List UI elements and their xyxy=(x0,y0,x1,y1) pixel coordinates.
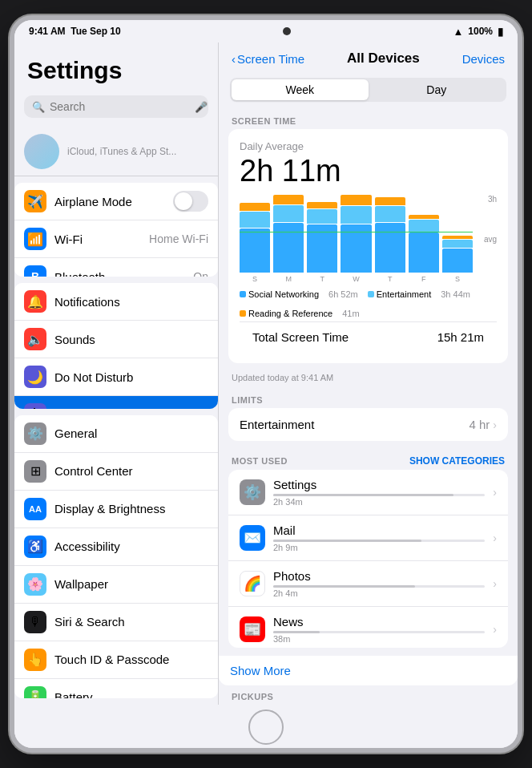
nav-back-label: Screen Time xyxy=(237,52,304,66)
sidebar-item-notifications[interactable]: 🔔 Notifications xyxy=(14,283,218,321)
app-item-news[interactable]: 📰 News 38m › xyxy=(228,607,508,648)
account-row[interactable]: iCloud, iTunes & App St... xyxy=(14,127,218,176)
daily-avg-label: Daily Average xyxy=(240,140,497,152)
bar-social xyxy=(409,232,439,273)
sidebar-item-screentime[interactable]: ⏱ Screen Time xyxy=(14,396,218,409)
chart-bar-monday: M xyxy=(273,195,304,283)
bar-entertainment xyxy=(409,220,439,232)
nav-action-button[interactable]: Devices xyxy=(462,52,505,66)
sidebar-item-wallpaper[interactable]: 🌸 Wallpaper xyxy=(14,566,218,604)
day-label: T xyxy=(388,275,393,283)
sidebar-item-wifi[interactable]: 📶 Wi-Fi Home Wi-Fi xyxy=(14,220,218,258)
sidebar: Settings 🔍 🎤 iCloud, iTunes & App St... … xyxy=(14,42,219,705)
bar-reading xyxy=(375,197,405,205)
bar-reading xyxy=(409,215,439,219)
segment-day[interactable]: Day xyxy=(369,79,506,100)
status-time: 9:41 AM Tue Sep 10 xyxy=(29,26,121,37)
most-used-label: MOST USED xyxy=(232,456,288,466)
avatar xyxy=(24,134,59,169)
chart-bar-thursday: T xyxy=(375,195,405,283)
sounds-icon: 🔈 xyxy=(24,328,46,350)
bluetooth-label: Bluetooth xyxy=(54,270,185,277)
siri-label: Siri & Search xyxy=(54,615,208,629)
legend-reading-time: 41m xyxy=(342,309,359,318)
sidebar-item-sounds[interactable]: 🔈 Sounds xyxy=(14,321,218,358)
search-bar[interactable]: 🔍 🎤 xyxy=(24,95,208,118)
right-panel: ‹ Screen Time All Devices Devices Week D… xyxy=(219,42,518,705)
sidebar-item-accessibility[interactable]: ♿ Accessibility xyxy=(14,528,218,566)
sidebar-item-donotdisturb[interactable]: 🌙 Do Not Disturb xyxy=(14,358,218,396)
limits-entertainment[interactable]: Entertainment 4 hr › xyxy=(228,408,508,441)
home-button[interactable] xyxy=(248,709,284,745)
notifications-icon: 🔔 xyxy=(24,290,46,313)
app-item-mail[interactable]: ✉️ Mail 2h 9m › xyxy=(228,515,508,561)
legend-reading: Reading & Reference xyxy=(240,309,332,318)
limits-entertainment-label: Entertainment xyxy=(240,418,314,431)
updated-text: Updated today at 9:41 AM xyxy=(219,371,518,389)
ipad-frame: 9:41 AM Tue Sep 10 ▲ 100% ▮ Settings 🔍 🎤… xyxy=(10,15,522,753)
sidebar-item-touchid[interactable]: 👆 Touch ID & Passcode xyxy=(14,641,218,679)
total-row: Total Screen Time 15h 21m xyxy=(240,321,497,352)
donotdisturb-icon: 🌙 xyxy=(24,366,46,388)
legend-social-time-value: 6h 52m xyxy=(328,289,358,299)
settings-app-time: 2h 34m xyxy=(273,497,485,507)
settings-bar-fill xyxy=(273,494,453,496)
back-chevron-icon: ‹ xyxy=(232,52,236,66)
sidebar-item-bluetooth[interactable]: B Bluetooth On xyxy=(14,258,218,277)
bar-entertainment xyxy=(307,209,337,224)
legend-social-time: 6h 52m xyxy=(328,289,358,299)
bluetooth-icon: B xyxy=(24,265,46,277)
total-label: Total Screen Time xyxy=(252,330,349,344)
airplane-toggle[interactable] xyxy=(173,191,208,212)
bar-entertainment xyxy=(442,240,473,248)
wifi-label: Wi-Fi xyxy=(54,232,141,246)
settings-group-connectivity: ✈️ Airplane Mode 📶 Wi-Fi Home Wi-Fi B Bl… xyxy=(14,183,218,277)
avg-line xyxy=(240,232,473,232)
usage-chart: 3h avg S xyxy=(240,195,497,283)
photos-app-icon: 🌈 xyxy=(240,571,265,596)
day-label: W xyxy=(353,275,360,283)
app-item-photos[interactable]: 🌈 Photos 2h 4m › xyxy=(228,561,508,607)
notifications-label: Notifications xyxy=(54,295,208,309)
bar-social xyxy=(273,223,304,273)
search-input[interactable] xyxy=(50,100,190,113)
siri-icon: 🎙 xyxy=(24,611,46,633)
show-more-button[interactable]: Show More xyxy=(219,656,518,685)
news-app-icon: 📰 xyxy=(240,616,265,642)
mail-bar xyxy=(273,540,485,542)
mail-bar-fill xyxy=(273,540,421,542)
settings-chevron: › xyxy=(493,486,497,499)
wallpaper-icon: 🌸 xyxy=(24,573,46,596)
bar-reading xyxy=(307,202,337,208)
chart-y-3h: 3h xyxy=(488,195,497,204)
show-categories-button[interactable]: SHOW CATEGORIES xyxy=(409,455,505,467)
chart-bar-saturday: S xyxy=(442,195,473,283)
photos-bar xyxy=(273,585,485,588)
sidebar-item-display[interactable]: AA Display & Brightness xyxy=(14,491,218,528)
photos-bar-fill xyxy=(273,585,415,588)
sidebar-item-battery[interactable]: 🔋 Battery xyxy=(14,679,218,698)
sidebar-item-controlcenter[interactable]: ⊞ Control Center xyxy=(14,453,218,491)
screentime-label: Screen Time xyxy=(54,408,208,409)
photos-app-name: Photos xyxy=(273,569,485,583)
sidebar-item-airplane[interactable]: ✈️ Airplane Mode xyxy=(14,183,218,220)
screentime-card: Daily Average 2h 11m 3h avg S xyxy=(228,129,508,363)
app-item-settings[interactable]: ⚙️ Settings 2h 34m › xyxy=(228,470,508,515)
most-used-header: MOST USED SHOW CATEGORIES xyxy=(219,449,518,470)
wallpaper-label: Wallpaper xyxy=(54,577,208,591)
sidebar-item-general[interactable]: ⚙️ General xyxy=(14,415,218,453)
segment-week[interactable]: Week xyxy=(232,79,369,100)
main-content: Settings 🔍 🎤 iCloud, iTunes & App St... … xyxy=(14,42,518,705)
sidebar-item-siri[interactable]: 🎙 Siri & Search xyxy=(14,604,218,641)
chart-bar-friday: F xyxy=(409,195,439,283)
legend-entertainment-time: 3h 44m xyxy=(441,289,470,299)
bar-social xyxy=(375,223,405,273)
news-bar-fill xyxy=(273,631,320,633)
settings-group-notifications: 🔔 Notifications 🔈 Sounds 🌙 Do Not Distur… xyxy=(14,283,218,409)
nav-back-button[interactable]: ‹ Screen Time xyxy=(232,52,304,66)
settings-group-general: ⚙️ General ⊞ Control Center AA Display &… xyxy=(14,415,218,698)
legend-entertainment-dot xyxy=(368,291,374,297)
photos-app-time: 2h 4m xyxy=(273,588,485,598)
total-value: 15h 21m xyxy=(437,330,484,344)
mail-app-icon: ✉️ xyxy=(240,525,265,551)
